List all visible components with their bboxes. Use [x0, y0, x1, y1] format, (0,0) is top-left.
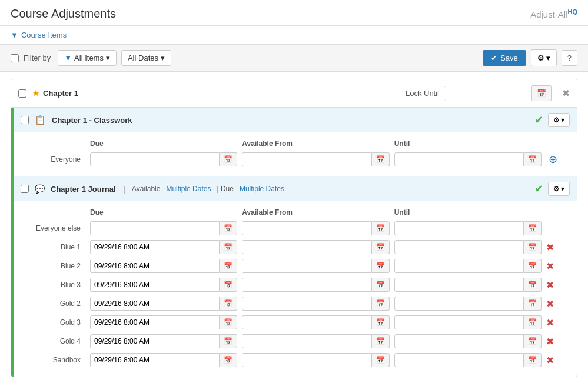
journal-blue3-remove-button[interactable]: ✖ [546, 280, 554, 290]
journal-col-headers: Due Available From Until [21, 206, 570, 219]
journal-gold2-avail-cal[interactable]: 📅 [372, 297, 390, 311]
journal-gold3-until-input[interactable] [394, 315, 524, 329]
journal-blue1-until-input[interactable] [394, 240, 524, 254]
classwork-gear-button[interactable]: ⚙ ▾ [548, 113, 570, 127]
journal-gold2-until-input[interactable] [394, 297, 524, 311]
lock-section: Lock Until 📅 ✖ [406, 85, 570, 101]
course-items-toggle[interactable]: ▼ Course Items [0, 26, 588, 44]
classwork-checkbox[interactable] [21, 116, 29, 124]
journal-gold2-until-cal[interactable]: 📅 [524, 297, 542, 311]
journal-gold4-due-cal[interactable]: 📅 [220, 334, 237, 348]
journal-gold4-avail-cal[interactable]: 📅 [372, 334, 390, 348]
lock-calendar-button[interactable]: 📅 [532, 85, 552, 101]
journal-blue1-avail-input[interactable] [242, 240, 371, 254]
journal-status-icon: ✔ [534, 182, 543, 195]
select-all-checkbox[interactable] [11, 54, 19, 62]
dates-filter-button[interactable]: All Dates ▾ [121, 50, 171, 66]
classwork-due-cal-button[interactable]: 📅 [220, 152, 237, 166]
journal-gold4-due-input[interactable] [90, 334, 220, 348]
top-header: Course Adjustments Adjust-AllHQ [0, 0, 588, 26]
classwork-date-table: Due Available From Until Everyone 📅 📅 [14, 132, 577, 176]
chevron-down-icon: ▾ [561, 116, 564, 124]
journal-blue3-avail-cal[interactable]: 📅 [372, 278, 390, 292]
journal-gold4-avail-input[interactable] [242, 334, 371, 348]
journal-gold3-avail-cal[interactable]: 📅 [372, 315, 390, 329]
journal-gold3-until-cal[interactable]: 📅 [524, 315, 542, 329]
checkmark-icon: ✔ [491, 54, 497, 62]
journal-blue3-until-cal[interactable]: 📅 [524, 278, 542, 292]
journal-blue2-until-input[interactable] [394, 259, 524, 273]
journal-blue3-due-cal[interactable]: 📅 [220, 278, 237, 292]
journal-blue3-until-input[interactable] [394, 278, 524, 292]
journal-sandbox-avail-cal[interactable]: 📅 [372, 353, 390, 367]
journal-blue2-due-input[interactable] [90, 259, 220, 273]
journal-gold4-until-input[interactable] [394, 334, 524, 348]
journal-blue2-avail-input[interactable] [242, 259, 371, 273]
settings-button[interactable]: ⚙ ▾ [531, 49, 557, 66]
journal-blue3-avail-input[interactable] [242, 278, 371, 292]
journal-blue2-avail-cal[interactable]: 📅 [372, 259, 390, 273]
journal-gold4-until-cal[interactable]: 📅 [524, 334, 542, 348]
chapter-checkbox[interactable] [18, 89, 26, 98]
journal-everyone-until-cal[interactable]: 📅 [524, 221, 542, 235]
classwork-due-input[interactable] [90, 152, 220, 166]
classwork-until-cell: 📅 [394, 152, 542, 166]
journal-row-gold2: Gold 2 📅 📅 📅 ✖ [21, 294, 570, 313]
journal-gold2-due-input[interactable] [90, 297, 220, 311]
chevron-down-icon: ▾ [106, 54, 110, 62]
journal-blue2-due-cal[interactable]: 📅 [220, 259, 237, 273]
journal-gold3-remove-button[interactable]: ✖ [546, 318, 554, 328]
journal-blue2-until-cal[interactable]: 📅 [524, 259, 542, 273]
journal-blue1-avail-cal[interactable]: 📅 [372, 240, 390, 254]
journal-gear-button[interactable]: ⚙ ▾ [548, 182, 570, 196]
journal-checkbox[interactable] [21, 185, 29, 193]
journal-everyone-due-cal[interactable]: 📅 [220, 221, 237, 235]
journal-sandbox-due-cal[interactable]: 📅 [220, 353, 237, 367]
journal-blue1-due-cal[interactable]: 📅 [220, 240, 237, 254]
journal-sandbox-remove-button[interactable]: ✖ [546, 355, 554, 365]
journal-sandbox-until-cal[interactable]: 📅 [524, 353, 542, 367]
journal-row-gold4: Gold 4 📅 📅 📅 ✖ [21, 332, 570, 351]
help-button[interactable]: ? [562, 50, 577, 66]
classwork-row-everyone: Everyone 📅 📅 📅 ⊕ [21, 150, 570, 169]
journal-gold4-remove-button[interactable]: ✖ [546, 337, 554, 347]
journal-gold3-due-cal[interactable]: 📅 [220, 315, 237, 329]
journal-everyone-avail-input[interactable] [242, 221, 371, 235]
lock-date-input[interactable] [444, 86, 532, 101]
journal-blue1-remove-button[interactable]: ✖ [546, 242, 554, 252]
journal-icon: 💬 [35, 184, 45, 194]
classwork-until-cal-button[interactable]: 📅 [524, 152, 542, 166]
items-filter-button[interactable]: ▼ All Items ▾ [58, 50, 117, 66]
journal-row-gold3: Gold 3 📅 📅 📅 ✖ [21, 313, 570, 332]
journal-sandbox-until-input[interactable] [394, 353, 524, 367]
journal-gold2-due-cal[interactable]: 📅 [220, 297, 237, 311]
classwork-avail-input[interactable] [242, 152, 371, 166]
journal-everyone-until-input[interactable] [394, 221, 524, 235]
journal-sandbox-due-input[interactable] [90, 353, 220, 367]
gear-icon: ⚙ [553, 116, 560, 124]
journal-blue1-due-input[interactable] [90, 240, 220, 254]
journal-gold2-remove-button[interactable]: ✖ [546, 299, 554, 309]
journal-gold2-avail-input[interactable] [242, 297, 371, 311]
classwork-add-button[interactable]: ⊕ [549, 154, 557, 165]
journal-gold3-avail-input[interactable] [242, 315, 371, 329]
classwork-until-input[interactable] [394, 152, 524, 166]
star-icon: ★ [32, 89, 39, 98]
journal-blue1-until-cal[interactable]: 📅 [524, 240, 542, 254]
journal-blue2-remove-button[interactable]: ✖ [546, 261, 554, 271]
journal-row-blue3: Blue 3 📅 📅 📅 ✖ [21, 275, 570, 294]
chapter-remove-button[interactable]: ✖ [562, 88, 570, 99]
chevron-down-icon: ▼ [11, 31, 18, 39]
journal-blue3-due-input[interactable] [90, 278, 220, 292]
journal-sandbox-avail-input[interactable] [242, 353, 371, 367]
journal-gold3-due-input[interactable] [90, 315, 220, 329]
toolbar: Filter by ▼ All Items ▾ All Dates ▾ ✔ Sa… [0, 44, 588, 72]
journal-everyone-avail-cal[interactable]: 📅 [372, 221, 390, 235]
page-title: Course Adjustments [11, 7, 116, 21]
classwork-avail-cal-button[interactable]: 📅 [372, 152, 390, 166]
classwork-due-cell: 📅 [90, 152, 237, 166]
save-button[interactable]: ✔ Save [483, 50, 526, 66]
journal-available-dates: Multiple Dates [166, 185, 211, 193]
classwork-col-headers: Due Available From Until [21, 137, 570, 150]
journal-everyone-due-input[interactable] [90, 221, 220, 235]
